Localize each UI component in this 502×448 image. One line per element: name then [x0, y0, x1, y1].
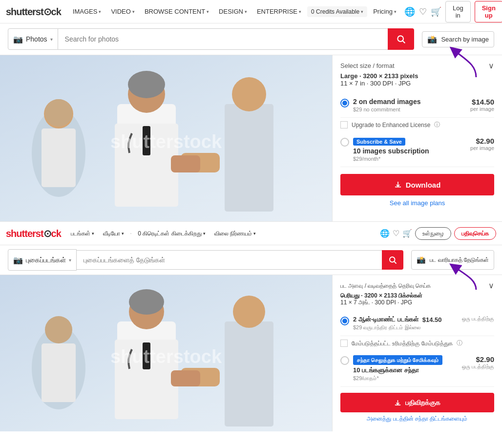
bottom-nav-pricing[interactable]: விலை நிர்ணயம் ▾	[211, 228, 259, 239]
bottom-upgrade-checkbox[interactable]	[340, 340, 348, 347]
heart-icon[interactable]: ♡	[393, 229, 399, 238]
login-button[interactable]: Log in	[445, 1, 471, 22]
see-plans-link[interactable]: See all image plans	[340, 199, 494, 207]
bottom-radio-plan1[interactable]	[340, 317, 349, 325]
bottom-info-icon[interactable]: ⓘ	[457, 339, 462, 347]
search-input[interactable]	[58, 28, 388, 50]
nav-credits[interactable]: 0 Credits Available ▾	[307, 6, 367, 17]
bottom-size-info: பெரியது · 3200 × 2133 பிக்சல்கள் 11 × 7 …	[340, 292, 494, 306]
bottom-search-section: 📷 புகைப்படங்கள் ▾ 📸 பட வாரியாகத் தேடுங்க…	[0, 245, 502, 275]
bottom-see-plans-link[interactable]: அனைத்து படத்தின் சந்தா திட்டங்களையும்	[340, 415, 494, 422]
nav-pricing[interactable]: Pricing ▾	[369, 6, 400, 17]
bottom-download-icon	[394, 399, 401, 406]
svg-point-0	[398, 36, 404, 42]
search-by-image-button[interactable]: 📸 Search by image	[422, 31, 494, 47]
bottom-plan1-sub: $29 வருடாந்திர திட்டம் இல்லை	[353, 324, 442, 331]
nav-design[interactable]: DESIGN ▾	[215, 6, 251, 17]
upgrade-checkbox[interactable]	[340, 121, 348, 128]
camera-icon: 📷	[13, 35, 23, 44]
info-icon[interactable]: ⓘ	[434, 121, 440, 129]
bottom-nav-images[interactable]: படங்கள் ▾	[68, 228, 97, 239]
chevron-down-icon: ▾	[132, 9, 135, 14]
main-image: shutterstock	[0, 55, 332, 221]
bottom-navigation: shutterst⊙ck படங்கள் ▾ வீடியோ ▾ · 0 கிரெ…	[0, 222, 502, 245]
bottom-upgrade-label: மேம்படுத்தப்பட்ட உரிமத்திற்கு மேம்படுத்த…	[352, 340, 453, 347]
download-icon	[394, 181, 402, 189]
bottom-purple-arrow	[449, 263, 483, 292]
svg-line-19	[395, 261, 397, 263]
plan1-sub: $29 no commitment	[353, 107, 420, 112]
radio-plan1[interactable]	[340, 99, 349, 107]
svg-rect-13	[171, 155, 200, 172]
globe-icon[interactable]: 🌐	[404, 6, 415, 17]
photos-dropdown[interactable]: 📷 Photos ▾	[8, 28, 58, 50]
cart-icon[interactable]: 🛒	[402, 229, 412, 238]
search-button[interactable]	[388, 28, 414, 50]
chevron-down-icon: ▾	[299, 9, 301, 14]
bottom-plan2-sub: $29/மாதம்*	[353, 375, 442, 382]
top-nav-right: 🌐 ♡ 🛒 Log in Sign up	[404, 1, 502, 22]
bottom-search-button[interactable]	[382, 250, 403, 270]
bottom-image-panel: shutterstock	[0, 275, 332, 431]
camera-icon: 📷	[13, 256, 23, 265]
bottom-login-button[interactable]: உள்நுழை	[415, 227, 451, 240]
svg-point-18	[390, 257, 395, 262]
svg-point-9	[128, 71, 165, 98]
search-input-wrap	[58, 28, 388, 50]
bottom-search-input[interactable]	[77, 250, 382, 270]
bottom-plan1-price-sub: ஒரு படத்திற்கு	[462, 316, 494, 322]
nav-images[interactable]: IMAGES ▾	[69, 6, 105, 17]
svg-point-22	[45, 316, 72, 343]
doctor-scene-svg: shutterstock	[0, 55, 332, 221]
chevron-down-icon: ▾	[253, 231, 256, 236]
bottom-plan2-name: 10 படங்களுக்கான சந்தா	[353, 366, 442, 374]
svg-rect-14	[225, 104, 273, 212]
search-bar-section: 📷 Photos ▾ 📸 Search by image	[0, 23, 502, 55]
svg-point-15	[232, 77, 266, 111]
bottom-plan1-name: 2 ஆன்-டிமாண்ட் படங்கள்	[353, 316, 418, 323]
heart-icon[interactable]: ♡	[419, 6, 427, 17]
svg-point-16	[45, 99, 72, 127]
chevron-down-icon: ▾	[99, 9, 101, 14]
svg-rect-30	[171, 370, 200, 386]
bottom-download-button[interactable]: பதிவிறக்குக	[340, 393, 494, 412]
download-button[interactable]: Download	[340, 174, 494, 195]
plan2-name: 10 images subscription	[353, 147, 429, 155]
bottom-signup-button[interactable]: பதிவுசெய்க	[454, 227, 496, 240]
nav-browse[interactable]: BROWSE CONTENT ▾	[141, 6, 213, 17]
radio-plan2[interactable]	[340, 138, 349, 147]
plan-option-2[interactable]: Subscribe & Save 10 images subscription …	[340, 132, 494, 167]
bottom-nav-video[interactable]: வீடியோ ▾	[100, 228, 127, 239]
chevron-down-icon: ▾	[92, 231, 94, 236]
nav-video[interactable]: VIDEO ▾	[107, 6, 138, 17]
bottom-photos-dropdown[interactable]: 📷 புகைப்படங்கள் ▾	[8, 249, 77, 271]
logo[interactable]: shutterst⊙ck	[6, 6, 61, 18]
bottom-plan-option-1[interactable]: 2 ஆன்-டிமாண்ட் படங்கள் $14.50 $29 வருடாந…	[340, 311, 494, 336]
right-panel: Select size / format ∨ Large · 3200 × 21…	[332, 55, 502, 221]
cart-icon[interactable]: 🛒	[431, 6, 441, 17]
size-chevron-icon[interactable]: ∨	[488, 61, 494, 70]
globe-icon[interactable]: 🌐	[380, 229, 390, 238]
bottom-logo[interactable]: shutterst⊙ck	[6, 228, 61, 239]
plan2-price: $2.90	[470, 137, 494, 145]
bottom-right-panel: பட அளவு / வடிவத்தைத் தெரிவு செய்க ∨ பெரி…	[332, 275, 502, 431]
separator: ·	[130, 229, 132, 238]
plan-option-1[interactable]: 2 on demand images $29 no commitment $14…	[340, 93, 494, 118]
bottom-doctor-scene: shutterstock	[0, 275, 332, 431]
bottom-plan-option-2[interactable]: சந்தா செலுத்துக மற்றும் சேமிக்கவும் 10 ப…	[340, 350, 494, 387]
signup-button[interactable]: Sign up	[475, 1, 502, 22]
bottom-size-label: பட அளவு / வடிவத்தைத் தெரிவு செய்க	[340, 282, 431, 289]
bottom-nav-credits[interactable]: 0 கிரெடிட்கள் கிடைக்கிறது ▾	[135, 228, 208, 239]
purple-arrow	[449, 45, 483, 80]
chevron-down-icon: ▾	[69, 257, 71, 263]
chevron-down-icon: ▾	[122, 231, 124, 236]
bottom-radio-plan2[interactable]	[340, 356, 349, 365]
plan2-price-sub: per image	[470, 145, 494, 151]
chevron-down-icon: ▾	[207, 9, 209, 14]
bottom-size-chevron-icon[interactable]: ∨	[488, 281, 494, 290]
bottom-main: shutterstock பட அளவு / வடிவத்தைத் தெரிவு…	[0, 275, 502, 431]
bottom-plan2-price: $2.90	[462, 355, 494, 363]
bottom-plan1-price-inline: $14.50	[422, 316, 442, 323]
nav-enterprise[interactable]: ENTERPRISE ▾	[253, 6, 305, 17]
plan1-price-sub: per image	[470, 106, 494, 112]
